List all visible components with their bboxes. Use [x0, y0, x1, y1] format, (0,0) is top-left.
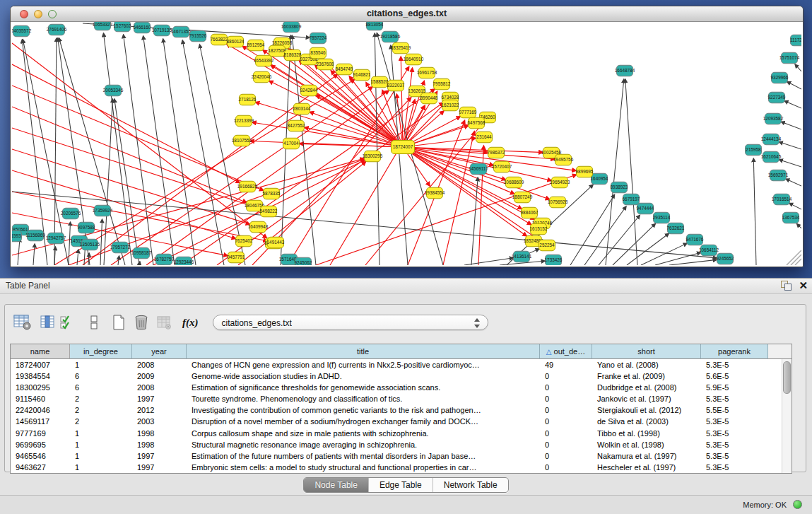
black-edge[interactable] — [18, 238, 20, 265]
table-cell[interactable]: 2 — [70, 393, 132, 404]
table-cell[interactable]: Genome-wide association studies in ADHD. — [187, 370, 540, 382]
table-cell[interactable]: 2003 — [132, 416, 187, 427]
table-cell[interactable]: 5.9E-5 — [701, 382, 768, 393]
graph-node[interactable]: 1733426 — [545, 255, 563, 265]
graph-node[interactable]: 19384554 — [425, 187, 445, 199]
graph-node[interactable]: 7663822 — [211, 34, 228, 45]
graph-node[interactable]: 10688609 — [504, 177, 524, 188]
graph-node[interactable]: 19166825 — [237, 181, 258, 192]
graph-node[interactable]: 7625402 — [235, 235, 253, 247]
graph-node[interactable]: 9329966 — [771, 72, 789, 83]
black-edge[interactable] — [292, 35, 316, 265]
graph-node[interactable]: 16782759 — [154, 254, 175, 265]
column-header-name[interactable]: name — [11, 344, 70, 359]
table-cell[interactable]: 22420046 — [11, 404, 70, 416]
graph-node[interactable]: 8938923 — [611, 182, 628, 193]
graph-node[interactable]: 8427552 — [288, 120, 305, 132]
table-cell[interactable]: 9465546 — [11, 450, 70, 462]
table-cell[interactable]: 5.3E-5 — [701, 428, 768, 439]
table-cell[interactable]: 19384554 — [11, 370, 70, 382]
table-row[interactable]: 2242004622012Investigating the contribut… — [11, 404, 792, 416]
table-cell[interactable]: 2012 — [132, 404, 187, 416]
column-header-pagerank[interactable]: pagerank — [701, 344, 768, 359]
black-edge[interactable] — [781, 122, 801, 129]
graph-node[interactable]: 12093582 — [763, 113, 784, 124]
graph-node[interactable]: 7986372 — [488, 147, 505, 158]
table-cell[interactable]: Estimation of the future numbers of pati… — [187, 450, 540, 462]
table-cell[interactable]: 5.3E-5 — [701, 393, 768, 404]
graph-node[interactable]: 18807249 — [512, 192, 533, 203]
graph-node[interactable]: 14671355 — [171, 26, 192, 37]
graph-node[interactable]: 10756928 — [548, 197, 568, 208]
table-row[interactable]: 969969511998Structural magnetic resonanc… — [11, 439, 792, 450]
table-cell[interactable]: 6 — [70, 370, 132, 382]
graph-node[interactable]: 9777169 — [459, 107, 477, 118]
graph-node[interactable]: 16961758 — [417, 67, 437, 78]
table-cell[interactable]: Stergiakouli et al. (2012) — [592, 404, 701, 416]
delete-table-icon[interactable] — [134, 315, 148, 330]
black-edge[interactable] — [69, 222, 71, 265]
graph-node[interactable]: 835546 — [310, 47, 326, 59]
graph-node[interactable]: 11156869 — [25, 230, 45, 241]
table-cell[interactable]: 2008 — [132, 359, 187, 370]
graph-node[interactable]: 1491443 — [267, 237, 285, 248]
table-cell[interactable]: Dudbridge et al. (2008) — [592, 382, 701, 393]
black-edge[interactable] — [163, 39, 196, 265]
graph-node[interactable]: 15751074 — [779, 52, 800, 64]
black-edge[interactable] — [795, 64, 801, 71]
table-cell[interactable]: Tourette syndrome. Phenomenology and cla… — [187, 393, 540, 404]
table-cell[interactable]: 5.3E-5 — [701, 439, 768, 450]
network-window-titlebar[interactable]: citations_edges.txt — [11, 6, 803, 22]
table-cell[interactable]: 1 — [70, 428, 132, 439]
red-edge[interactable] — [182, 89, 435, 265]
window-resize-grip[interactable] — [787, 250, 801, 265]
red-edge[interactable] — [12, 86, 264, 190]
graph-node[interactable]: 10654112 — [699, 245, 719, 256]
table-cell[interactable]: 2008 — [132, 382, 187, 393]
table-cell[interactable]: 1 — [70, 462, 132, 473]
graph-node[interactable]: 8454749 — [336, 64, 353, 75]
graph-node[interactable]: 1615152 — [530, 223, 548, 235]
graph-node[interactable]: 12942757 — [46, 233, 66, 244]
graph-node[interactable]: 19495756 — [553, 154, 574, 165]
graph-node[interactable]: 9474444 — [637, 203, 654, 214]
graph-node[interactable]: 5498222 — [260, 206, 278, 217]
table-cell[interactable]: Disruption of a novel member of a sodium… — [187, 416, 540, 427]
table-cell[interactable]: 6 — [70, 382, 132, 393]
black-edge[interactable] — [139, 262, 140, 265]
red-edge[interactable] — [316, 95, 403, 147]
close-panel-icon[interactable]: ✕ — [799, 280, 808, 291]
black-edge[interactable] — [584, 206, 626, 265]
graph-node[interactable]: 9146821 — [353, 69, 371, 81]
select-columns-icon[interactable] — [40, 315, 54, 329]
graph-node[interactable]: 24035572 — [12, 25, 32, 37]
graph-node[interactable]: 17016514 — [772, 194, 792, 205]
table-cell[interactable]: Tibbo et al. (1998) — [592, 428, 701, 439]
network-graph[interactable]: 1872400724035572276914061065332715276026… — [12, 22, 801, 265]
table-row[interactable]: 911546021997Tourette syndrome. Phenomeno… — [11, 393, 792, 404]
table-cell[interactable]: Nakamura et al. (1997) — [592, 450, 701, 462]
tab-network-table[interactable]: Network Table — [433, 478, 508, 492]
graph-node[interactable]: 8860124 — [227, 36, 245, 47]
table-cell[interactable]: 1 — [70, 450, 132, 462]
black-edge[interactable] — [669, 259, 717, 265]
graph-node[interactable]: 1640954 — [591, 173, 608, 185]
column-header-in_degree[interactable]: in_degree — [70, 344, 132, 359]
graph-node[interactable]: 9245062 — [295, 257, 312, 265]
graph-node[interactable]: 8322037 — [387, 80, 405, 91]
column-header-out_de[interactable]: △out_de… — [540, 344, 592, 359]
black-edge[interactable] — [796, 223, 801, 228]
graph-node[interactable]: 2367608 — [317, 59, 334, 70]
table-cell[interactable]: 1 — [70, 439, 132, 450]
table-cell[interactable]: 0 — [540, 370, 592, 382]
black-edge[interactable] — [599, 215, 640, 265]
graph-node[interactable]: 15720407 — [492, 161, 512, 173]
table-cell[interactable]: 1998 — [132, 428, 187, 439]
column-header-short[interactable]: short — [592, 344, 701, 359]
black-edge[interactable] — [784, 101, 801, 108]
graph-node[interactable]: 19218586 — [380, 31, 401, 42]
graph-node[interactable]: 6679197 — [623, 194, 640, 205]
close-window-button[interactable] — [20, 10, 28, 18]
black-edge[interactable] — [779, 160, 801, 167]
table-row[interactable]: 1456911722003Disruption of a novel membe… — [11, 416, 792, 427]
